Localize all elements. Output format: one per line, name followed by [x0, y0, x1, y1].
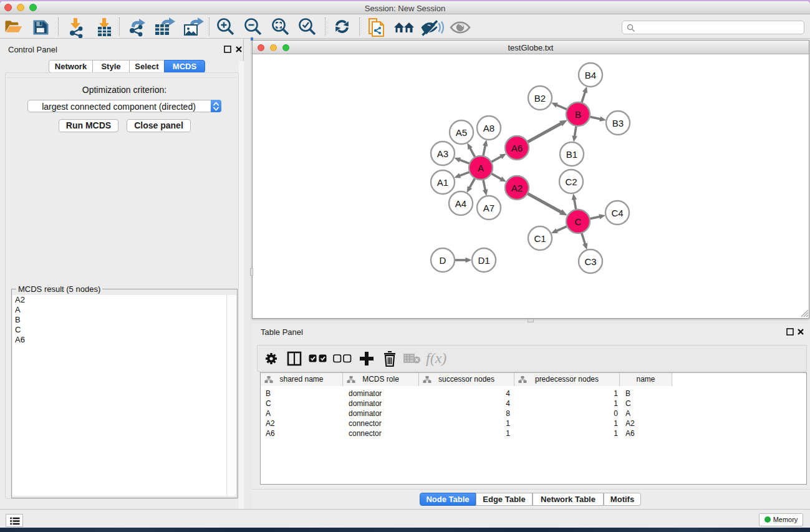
- svg-text:C: C: [575, 216, 582, 227]
- svg-text:B4: B4: [585, 70, 596, 80]
- svg-text:C2: C2: [565, 177, 577, 187]
- svg-text:B: B: [575, 109, 581, 120]
- svg-text:A7: A7: [483, 203, 494, 213]
- svg-text:C3: C3: [584, 256, 596, 267]
- svg-text:D: D: [440, 255, 446, 266]
- svg-text:D1: D1: [478, 255, 489, 266]
- svg-text:A2: A2: [511, 183, 523, 193]
- svg-text:B2: B2: [534, 93, 546, 104]
- svg-text:C1: C1: [534, 233, 546, 244]
- svg-text:A6: A6: [511, 143, 523, 153]
- svg-text:A4: A4: [455, 198, 466, 209]
- svg-text:A8: A8: [483, 123, 494, 133]
- svg-text:A: A: [478, 163, 484, 173]
- svg-text:B1: B1: [566, 149, 577, 160]
- svg-text:A5: A5: [456, 127, 467, 138]
- svg-text:C4: C4: [611, 208, 623, 218]
- svg-text:B3: B3: [612, 118, 624, 128]
- svg-text:A1: A1: [437, 177, 448, 188]
- svg-text:A3: A3: [437, 148, 448, 159]
